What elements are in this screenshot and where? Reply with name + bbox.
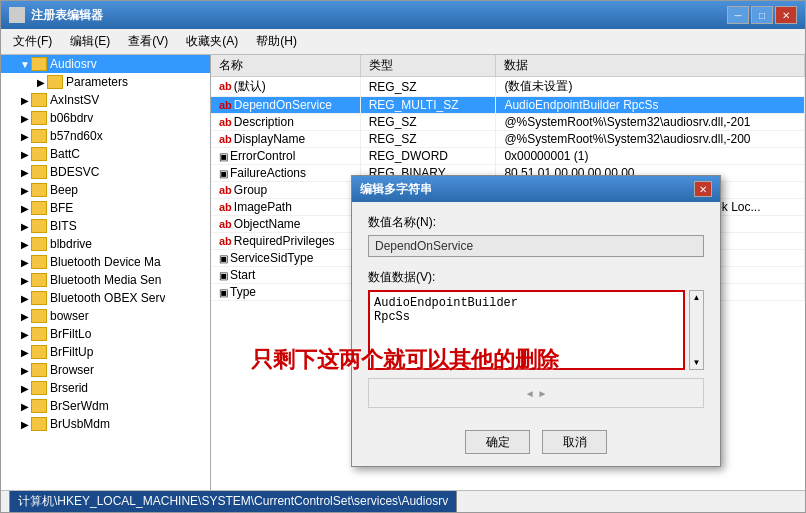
- dialog-footer: 确定 取消: [352, 420, 720, 466]
- folder-icon: [31, 399, 47, 413]
- expand-icon[interactable]: ▶: [19, 202, 31, 214]
- expand-icon[interactable]: ▶: [19, 274, 31, 286]
- tree-item-bits[interactable]: ▶ BITS: [1, 217, 210, 235]
- close-button[interactable]: ✕: [775, 6, 797, 24]
- tree-label: BDESVC: [50, 165, 99, 179]
- tree-item-brserid[interactable]: ▶ Brserid: [1, 379, 210, 397]
- expand-icon[interactable]: ▶: [19, 184, 31, 196]
- folder-icon: [31, 57, 47, 71]
- folder-icon: [31, 273, 47, 287]
- tree-item-brfiltup[interactable]: ▶ BrFiltUp: [1, 343, 210, 361]
- menu-view[interactable]: 查看(V): [120, 31, 176, 52]
- expand-icon[interactable]: ▶: [19, 220, 31, 232]
- expand-icon[interactable]: ▶: [19, 400, 31, 412]
- ab-icon: ab: [219, 80, 232, 92]
- scrollbar[interactable]: ▲ ▼: [689, 290, 704, 370]
- expand-icon[interactable]: ▶: [19, 346, 31, 358]
- bin-icon: ▣: [219, 287, 228, 298]
- edit-multistring-dialog: 编辑多字符串 ✕ 数值名称(N): DependOnService 数值数据(V…: [351, 175, 721, 467]
- tree-item-bfe[interactable]: ▶ BFE: [1, 199, 210, 217]
- tree-item-brusbmdm[interactable]: ▶ BrUsbMdm: [1, 415, 210, 433]
- expand-icon[interactable]: ▶: [19, 166, 31, 178]
- col-data[interactable]: 数据: [496, 55, 805, 77]
- table-row[interactable]: ab(默认) REG_SZ (数值未设置): [211, 77, 805, 97]
- tree-item-browser[interactable]: ▶ Browser: [1, 361, 210, 379]
- value-data-label: 数值数据(V):: [368, 269, 704, 286]
- col-name[interactable]: 名称: [211, 55, 360, 77]
- ab-icon: ab: [219, 116, 232, 128]
- folder-icon: [31, 417, 47, 431]
- tree-item-bt-device-ma[interactable]: ▶ Bluetooth Device Ma: [1, 253, 210, 271]
- ab-icon: ab: [219, 235, 232, 247]
- tree-item-bowser[interactable]: ▶ bowser: [1, 307, 210, 325]
- scroll-down-icon[interactable]: ▼: [692, 358, 700, 367]
- cancel-button[interactable]: 取消: [542, 430, 607, 454]
- tree-label: BrUsbMdm: [50, 417, 110, 431]
- value-data-input[interactable]: AudioEndpointBuilder RpcSs: [368, 290, 685, 370]
- table-row[interactable]: abDisplayName REG_SZ @%SystemRoot%\Syste…: [211, 131, 805, 148]
- tree-label: Bluetooth Media Sen: [50, 273, 161, 287]
- folder-icon: [31, 255, 47, 269]
- folder-icon: [47, 75, 63, 89]
- minimize-button[interactable]: ─: [727, 6, 749, 24]
- tree-label: b57nd60x: [50, 129, 103, 143]
- expand-icon[interactable]: ▶: [19, 238, 31, 250]
- tree-item-audiosrv[interactable]: ▼ Audiosrv: [1, 55, 210, 73]
- folder-icon: [31, 381, 47, 395]
- dialog-title-bar: 编辑多字符串 ✕: [352, 176, 720, 202]
- tree-item-axinstsv[interactable]: ▶ AxInstSV: [1, 91, 210, 109]
- menu-help[interactable]: 帮助(H): [248, 31, 305, 52]
- tree-item-beep[interactable]: ▶ Beep: [1, 181, 210, 199]
- tree-item-parameters[interactable]: ▶ Parameters: [1, 73, 210, 91]
- value-data-area: AudioEndpointBuilder RpcSs ▲ ▼: [368, 290, 704, 370]
- folder-icon: [31, 363, 47, 377]
- expand-icon[interactable]: ▶: [19, 328, 31, 340]
- menu-favorites[interactable]: 收藏夹(A): [178, 31, 246, 52]
- expand-icon[interactable]: ▶: [19, 382, 31, 394]
- scroll-up-icon[interactable]: ▲: [692, 293, 700, 302]
- tree-label: Beep: [50, 183, 78, 197]
- tree-item-b57nd60x[interactable]: ▶ b57nd60x: [1, 127, 210, 145]
- folder-icon: [31, 183, 47, 197]
- window-title: 注册表编辑器: [31, 7, 103, 24]
- dialog-body: 数值名称(N): DependOnService 数值数据(V): AudioE…: [352, 202, 720, 420]
- table-row-selected[interactable]: abDependOnService REG_MULTI_SZ AudioEndp…: [211, 97, 805, 114]
- folder-icon: [31, 345, 47, 359]
- tree-item-blbdrive[interactable]: ▶ blbdrive: [1, 235, 210, 253]
- expand-icon[interactable]: ▶: [19, 94, 31, 106]
- table-row[interactable]: abDescription REG_SZ @%SystemRoot%\Syste…: [211, 114, 805, 131]
- expand-icon[interactable]: ▶: [19, 292, 31, 304]
- expand-icon[interactable]: ▶: [19, 256, 31, 268]
- tree-item-bt-obex[interactable]: ▶ Bluetooth OBEX Serv: [1, 289, 210, 307]
- tree-item-battc[interactable]: ▶ BattC: [1, 145, 210, 163]
- folder-icon: [31, 111, 47, 125]
- expand-icon[interactable]: ▶: [19, 148, 31, 160]
- expand-icon[interactable]: ▶: [19, 310, 31, 322]
- tree-label: BFE: [50, 201, 73, 215]
- expand-icon[interactable]: ▶: [19, 130, 31, 142]
- tree-item-bt-media-sen[interactable]: ▶ Bluetooth Media Sen: [1, 271, 210, 289]
- tree-panel[interactable]: ▼ Audiosrv ▶ Parameters: [1, 55, 211, 490]
- menu-edit[interactable]: 编辑(E): [62, 31, 118, 52]
- expand-icon[interactable]: ▶: [19, 418, 31, 430]
- menu-file[interactable]: 文件(F): [5, 31, 60, 52]
- tree-label: Bluetooth OBEX Serv: [50, 291, 165, 305]
- tree-item-b06bdrv[interactable]: ▶ b06bdrv: [1, 109, 210, 127]
- ok-button[interactable]: 确定: [465, 430, 530, 454]
- tree-item-brfiltlo[interactable]: ▶ BrFiltLo: [1, 325, 210, 343]
- expand-icon[interactable]: ▶: [19, 112, 31, 124]
- bin-icon: ▣: [219, 253, 228, 264]
- expand-icon[interactable]: ▶: [35, 76, 47, 88]
- tree-item-bdesvc[interactable]: ▶ BDESVC: [1, 163, 210, 181]
- expand-icon[interactable]: ▶: [19, 364, 31, 376]
- maximize-button[interactable]: □: [751, 6, 773, 24]
- bin-icon: ▣: [219, 270, 228, 281]
- table-row[interactable]: ▣ErrorControl REG_DWORD 0x00000001 (1): [211, 148, 805, 165]
- menu-bar: 文件(F) 编辑(E) 查看(V) 收藏夹(A) 帮助(H): [1, 29, 805, 55]
- tree-item-brserwdm[interactable]: ▶ BrSerWdm: [1, 397, 210, 415]
- dialog-close-button[interactable]: ✕: [694, 181, 712, 197]
- ab-icon: ab: [219, 184, 232, 196]
- tree-label: blbdrive: [50, 237, 92, 251]
- col-type[interactable]: 类型: [360, 55, 496, 77]
- expand-icon[interactable]: ▼: [19, 58, 31, 70]
